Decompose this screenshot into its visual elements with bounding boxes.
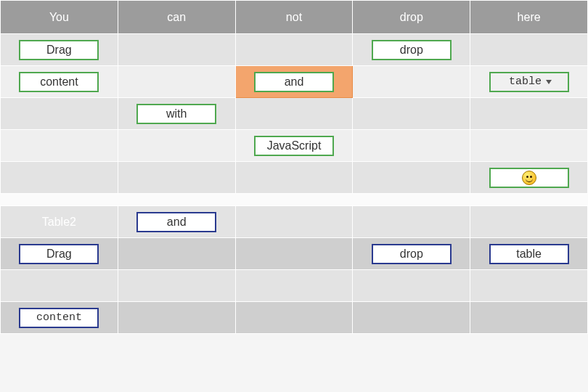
header-label: can [167, 11, 186, 23]
drop-cell[interactable]: and [118, 206, 235, 238]
drop-cell[interactable] [470, 162, 588, 194]
drop-cell[interactable]: Drag [1, 34, 118, 66]
smiley-icon [522, 171, 536, 185]
table-separator [0, 194, 588, 205]
drop-cell[interactable] [1, 162, 118, 194]
table1-header-cell: You [1, 1, 118, 34]
table1-header-cell: can [118, 1, 235, 34]
drop-cell[interactable] [235, 302, 353, 334]
drop-cell[interactable]: content [1, 66, 118, 98]
table-row [1, 270, 588, 302]
active-drop-cell[interactable]: and [235, 66, 353, 98]
table-row: Drag drop [1, 34, 588, 66]
table-row: Table2 and [1, 206, 588, 238]
drop-cell[interactable] [353, 130, 470, 162]
drag-item-content[interactable]: content [19, 72, 99, 92]
drop-cell[interactable]: drop [353, 34, 470, 66]
drag-item-and[interactable]: and [254, 72, 334, 92]
table1-header-cell: drop [353, 1, 470, 34]
table-select-dropdown[interactable]: table [489, 72, 569, 92]
dropdown-label: table [509, 75, 542, 88]
drop-cell[interactable] [118, 302, 235, 334]
drop-cell[interactable] [235, 162, 353, 194]
drop-cell[interactable]: table [470, 66, 588, 98]
drop-cell[interactable] [1, 270, 118, 302]
drop-cell[interactable] [235, 206, 353, 238]
drop-cell[interactable]: JavaScript [235, 130, 353, 162]
drop-cell[interactable] [470, 302, 588, 334]
drop-cell[interactable] [353, 66, 470, 98]
table-row: content [1, 302, 588, 334]
drop-cell[interactable] [353, 162, 470, 194]
drop-cell[interactable] [1, 98, 118, 130]
drop-cell[interactable] [470, 206, 588, 238]
header-label: not [286, 11, 302, 23]
drop-cell[interactable] [353, 206, 470, 238]
table-row: Drag drop table [1, 238, 588, 270]
drag-drop-table-2: Table2 and Drag drop table content [0, 205, 588, 334]
drag-drop-table-1: You can not drop here Drag drop content … [0, 0, 588, 194]
drag-item-drag[interactable]: Drag [19, 40, 99, 60]
drag-item-and-2[interactable]: and [136, 212, 216, 232]
header-label: You [49, 11, 69, 23]
table1-header-cell: here [470, 1, 588, 34]
drag-item-javascript[interactable]: JavaScript [254, 136, 334, 156]
drag-item-smiley[interactable] [489, 168, 569, 188]
table2-title: Table2 [42, 216, 76, 228]
drop-cell[interactable] [118, 162, 235, 194]
drop-cell[interactable] [353, 302, 470, 334]
drop-cell[interactable]: Drag [1, 238, 118, 270]
chevron-down-icon [546, 80, 552, 84]
drop-cell[interactable] [235, 238, 353, 270]
drop-cell[interactable] [470, 130, 588, 162]
drag-item-table-2[interactable]: table [489, 244, 569, 264]
drop-cell[interactable] [353, 270, 470, 302]
header-label: drop [400, 11, 423, 23]
drag-item-drop-2[interactable]: drop [372, 244, 452, 264]
drop-cell[interactable]: table [470, 238, 588, 270]
drop-cell[interactable] [118, 270, 235, 302]
table-row: with [1, 98, 588, 130]
drop-cell[interactable] [118, 130, 235, 162]
drop-cell[interactable] [118, 238, 235, 270]
header-label: here [518, 11, 541, 23]
drop-cell[interactable] [1, 130, 118, 162]
drag-item-drop[interactable]: drop [372, 40, 452, 60]
drop-cell[interactable] [353, 98, 470, 130]
drop-cell[interactable] [235, 270, 353, 302]
drop-cell[interactable]: content [1, 302, 118, 334]
table1-header-row: You can not drop here [1, 1, 588, 34]
drag-item-content-2[interactable]: content [19, 308, 99, 328]
drop-cell[interactable]: drop [353, 238, 470, 270]
drop-cell[interactable] [470, 270, 588, 302]
drag-item-drag-2[interactable]: Drag [19, 244, 99, 264]
table-row [1, 162, 588, 194]
table1-header-cell: not [235, 1, 353, 34]
drop-cell[interactable] [118, 66, 235, 98]
table-row: JavaScript [1, 130, 588, 162]
drop-cell[interactable] [470, 98, 588, 130]
table-row: content and table [1, 66, 588, 98]
drop-cell[interactable] [235, 34, 353, 66]
table2-header-cell: Table2 [1, 206, 118, 238]
drop-cell[interactable] [235, 98, 353, 130]
drop-cell[interactable]: with [118, 98, 235, 130]
drop-cell[interactable] [470, 34, 588, 66]
drag-item-with[interactable]: with [136, 104, 216, 124]
drop-cell[interactable] [118, 34, 235, 66]
